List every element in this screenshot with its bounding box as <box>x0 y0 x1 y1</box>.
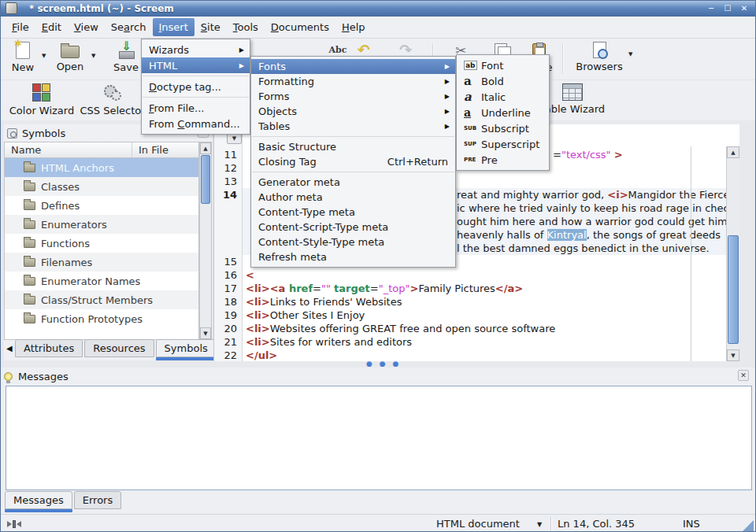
folder-icon <box>24 315 35 323</box>
column-header-name[interactable]: Name <box>5 142 132 157</box>
cursor-position: Ln 14, Col. 345 <box>558 518 635 530</box>
editor-scrollbar[interactable]: ▲ ▼ <box>726 146 739 361</box>
menu-item-content-type-meta[interactable]: Content-Type meta <box>251 205 455 220</box>
toolbar-separator <box>562 43 563 73</box>
code-line[interactable]: 16< <box>214 268 726 282</box>
tab-messages[interactable]: Messages <box>5 491 72 509</box>
menu-item-underline[interactable]: Underline <box>457 105 549 120</box>
menubar-item-documents[interactable]: Documents <box>265 18 335 36</box>
doctype-dropdown-icon[interactable]: ▼ <box>537 521 542 528</box>
menubar-item-tools[interactable]: Tools <box>227 18 265 36</box>
tab-symbols[interactable]: Symbols <box>156 339 217 357</box>
menubar-item-search[interactable]: Search <box>105 18 153 36</box>
menu-item-basic-structure[interactable]: Basic Structure <box>251 139 455 154</box>
new-dropdown-icon[interactable]: ▼ <box>42 53 46 59</box>
code-line[interactable]: 20<li>Websites offering GREAT free and o… <box>214 322 726 335</box>
menu-item-generator-meta[interactable]: Generator meta <box>251 175 455 190</box>
symbols-row-class-struct-members[interactable]: Class/Struct Members <box>5 290 198 309</box>
menu-item-content-script-type-meta[interactable]: Content-Script-Type meta <box>251 220 455 235</box>
tab-attributes[interactable]: Attributes <box>15 339 83 357</box>
menu-item-wizards[interactable]: Wizards▶ <box>142 42 250 57</box>
symbols-row-enumerators[interactable]: Enumerators <box>5 215 198 234</box>
column-header-in-file[interactable]: In File <box>132 142 175 157</box>
symbols-icon <box>7 128 17 139</box>
tab-errors[interactable]: Errors <box>74 491 121 509</box>
statusbar: HTML document ▼ Ln 14, Col. 345 INS <box>1 514 755 532</box>
scroll-down-icon[interactable]: ▼ <box>727 349 739 361</box>
menu-item-subscript[interactable]: Subscript <box>457 120 549 136</box>
close-icon[interactable]: ✕ <box>738 2 750 14</box>
symbols-row-html-anchors[interactable]: HTML Anchors <box>5 158 198 177</box>
line-number: 17 <box>214 282 243 295</box>
new-button[interactable]: New <box>6 42 40 73</box>
code-line[interactable]: 18<li>Links to Friends' Websites <box>214 295 726 308</box>
code-line[interactable]: 21<li>Sites for writers and editors <box>214 335 726 349</box>
symbols-row-filenames[interactable]: Filenames <box>5 253 198 272</box>
app-icon <box>6 2 17 14</box>
menu-item-fonts[interactable]: Fonts▶ <box>251 59 455 74</box>
pane-splitter[interactable]: ● ● ● <box>1 361 755 368</box>
sidebar-tabs: ◀ ▶ AttributesResourcesSymbols <box>4 340 212 360</box>
menubar-item-help[interactable]: Help <box>335 18 372 36</box>
scroll-up-icon[interactable]: ▲ <box>727 146 739 158</box>
menu-item-italic[interactable]: Italic <box>457 89 549 105</box>
menubar-item-view[interactable]: View <box>68 18 105 36</box>
submenu-arrow-icon: ▶ <box>445 63 450 70</box>
menu-item-author-meta[interactable]: Author meta <box>251 190 455 205</box>
browsers-dropdown-icon[interactable]: ▼ <box>628 51 632 57</box>
symbols-row-function-prototypes[interactable]: Function Prototypes <box>5 309 198 328</box>
scroll-up-icon[interactable]: ▲ <box>200 142 211 154</box>
scrollbar-thumb[interactable] <box>728 235 739 344</box>
menubar-item-insert[interactable]: Insert <box>153 18 195 36</box>
code-line[interactable]: 17<li><a href="" target="_top">Family Pi… <box>214 282 726 295</box>
panel-close-icon[interactable]: ✕ <box>738 370 749 381</box>
open-dropdown-icon[interactable]: ▼ <box>91 53 95 59</box>
menu-item-from-command[interactable]: From Command... <box>142 116 250 131</box>
menu-item-html[interactable]: HTML▶ <box>142 57 250 73</box>
tab-resources[interactable]: Resources <box>84 339 154 357</box>
line-number: 15 <box>214 255 243 268</box>
menu-item-tables[interactable]: Tables▶ <box>251 119 455 134</box>
symbols-row-functions[interactable]: Functions <box>5 234 198 253</box>
symbols-scrollbar[interactable]: ▲ ▼ <box>199 142 212 340</box>
connection-icon <box>7 520 21 528</box>
folder-icon <box>24 296 35 305</box>
tabs-scroll-left-icon[interactable]: ◀ <box>6 341 13 356</box>
symbols-row-enumerator-names[interactable]: Enumerator Names <box>5 272 198 290</box>
document-type-dropdown[interactable]: HTML document <box>436 518 520 530</box>
scrollbar-thumb[interactable] <box>201 155 210 204</box>
menu-item-refresh-meta[interactable]: Refresh meta <box>251 249 455 264</box>
menubar-item-site[interactable]: Site <box>195 18 227 36</box>
maximize-icon[interactable]: ☐ <box>721 2 734 14</box>
menubar-item-edit[interactable]: Edit <box>35 18 68 36</box>
menu-item-from-file[interactable]: From File... <box>142 100 250 116</box>
menubar-item-file[interactable]: File <box>6 18 35 36</box>
code-line[interactable]: 19<li>Other Sites I Enjoy <box>214 308 726 322</box>
menu-item-closing-tag[interactable]: Closing TagCtrl+Return <box>251 154 455 169</box>
line-number: 11 <box>214 148 243 161</box>
menu-item-font[interactable]: Font <box>457 57 549 73</box>
color-wizard-button[interactable]: Color Wizard <box>7 83 76 116</box>
menu-item-objects[interactable]: Objects▶ <box>251 104 455 119</box>
resize-grip[interactable] <box>743 520 754 531</box>
open-folder-icon <box>61 46 80 58</box>
code-line-text: <li><a href="" target="_top">Family Pict… <box>243 282 726 295</box>
open-button[interactable]: Open <box>51 42 89 72</box>
css-selector-button[interactable]: CSS Selector <box>80 83 146 116</box>
save-button[interactable]: Save <box>108 42 144 73</box>
menu-item-formatting[interactable]: Formatting▶ <box>251 74 455 89</box>
symbols-row-defines[interactable]: Defines <box>5 196 198 215</box>
menu-item-superscript[interactable]: Superscript <box>457 136 549 152</box>
menu-item-doctype-tag[interactable]: Doctype tag... <box>142 79 250 94</box>
minimize-icon[interactable]: ─ <box>705 2 717 14</box>
browsers-button[interactable]: Browsers <box>574 42 624 72</box>
scroll-down-icon[interactable]: ▼ <box>200 327 211 339</box>
menu-item-bold[interactable]: Bold <box>457 73 549 89</box>
menu-item-pre[interactable]: Pre <box>457 152 549 168</box>
menu-item-content-style-type-meta[interactable]: Content-Style-Type meta <box>251 235 455 249</box>
folder-icon <box>24 201 35 210</box>
menu-item-forms[interactable]: Forms▶ <box>251 89 455 104</box>
symbols-row-classes[interactable]: Classes <box>5 177 198 196</box>
splitter-handle-icon: ● ● ● <box>366 360 401 368</box>
code-line[interactable]: 22</ul> <box>214 349 726 361</box>
